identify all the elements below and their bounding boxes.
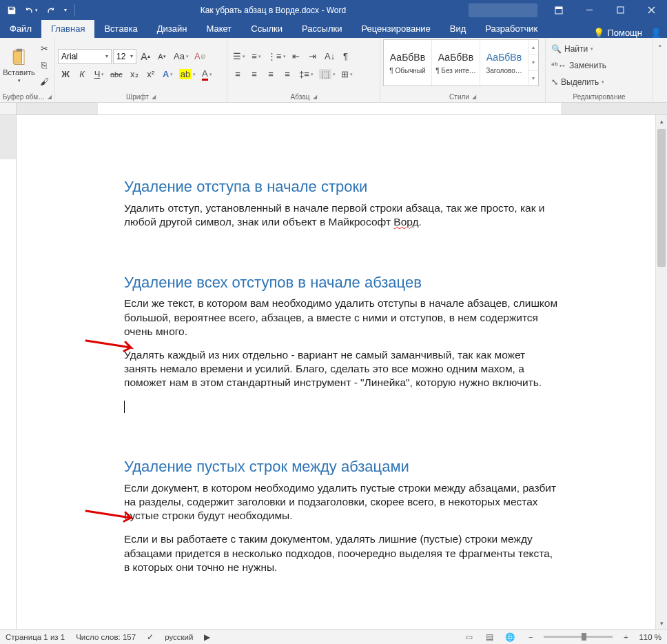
shrink-font-button[interactable]: A▾ [154, 49, 170, 64]
tab-home[interactable]: Главная [41, 20, 94, 38]
shading-button[interactable]: ⬚▾ [316, 67, 337, 82]
align-right-button[interactable]: ≡ [263, 67, 278, 82]
strike-button[interactable]: abc [107, 67, 125, 82]
tab-layout[interactable]: Макет [196, 20, 241, 38]
bullets-button[interactable]: ☰▾ [230, 49, 247, 64]
maximize-button[interactable] [605, 0, 636, 20]
font-size-combo[interactable]: 12▾ [113, 49, 136, 64]
highlight-button[interactable]: ab▾ [176, 67, 197, 82]
format-painter-button[interactable]: 🖌 [37, 74, 52, 90]
horizontal-ruler[interactable] [0, 103, 667, 115]
status-page[interactable]: Страница 1 из 1 [6, 633, 65, 641]
zoom-out[interactable]: − [523, 631, 538, 643]
clipboard-launcher[interactable]: ◢ [48, 94, 52, 100]
status-macro-icon[interactable]: ▶ [204, 632, 210, 642]
scroll-up[interactable]: ▴ [656, 115, 667, 127]
bulb-icon: 💡 [593, 28, 604, 38]
heading-1: Удаление отступа в начале строки [124, 177, 558, 197]
zoom-level[interactable]: 110 % [639, 633, 661, 641]
align-left-button[interactable]: ≡ [230, 67, 245, 82]
bold-button[interactable]: Ж [58, 67, 73, 82]
style-name: ¶ Обычный [385, 67, 430, 74]
styles-expand[interactable]: ▾ [529, 70, 538, 85]
subscript-button[interactable]: x₂ [127, 67, 142, 82]
tab-insert[interactable]: Вставка [94, 20, 147, 38]
find-button[interactable]: 🔍Найти▾ [548, 41, 609, 57]
line-spacing-button[interactable]: ‡≡▾ [296, 67, 315, 82]
zoom-knob[interactable] [582, 633, 586, 641]
copy-button[interactable]: ⎘ [37, 58, 52, 73]
underline-button[interactable]: Ч▾ [91, 67, 106, 82]
superscript-button[interactable]: x² [143, 67, 158, 82]
tell-me[interactable]: 💡Помощн [593, 28, 642, 38]
multilevel-button[interactable]: ⋮≡▾ [265, 49, 287, 64]
font-color-button[interactable]: A▾ [198, 67, 214, 82]
decrease-indent-button[interactable]: ⇤ [289, 49, 304, 64]
align-center-button[interactable]: ≡ [247, 67, 262, 82]
clipboard-group-label: Буфер обм… [3, 93, 45, 101]
grow-font-button[interactable]: A▴ [138, 49, 153, 64]
sort-button[interactable]: A↓ [322, 49, 337, 64]
tell-me-label: Помощн [607, 28, 642, 38]
show-marks-button[interactable]: ¶ [338, 49, 353, 64]
replace-button[interactable]: ᵃᵇ↔Заменить [548, 58, 609, 73]
ribbon-display-options[interactable] [543, 0, 574, 20]
zoom-slider[interactable] [544, 636, 613, 638]
close-button[interactable] [636, 0, 667, 20]
justify-button[interactable]: ≡ [280, 67, 295, 82]
clear-format-button[interactable]: A⊘ [192, 49, 209, 64]
italic-button[interactable]: К [74, 67, 90, 82]
tab-review[interactable]: Рецензирование [351, 20, 440, 38]
paragraph-launcher[interactable]: ◢ [313, 94, 317, 100]
paragraph-group-label: Абзац [290, 93, 309, 101]
style-heading1[interactable]: АаБбВв Заголово… [480, 40, 529, 85]
font-launcher[interactable]: ◢ [152, 94, 156, 100]
qat-undo[interactable]: ▾ [22, 2, 40, 19]
document-area[interactable]: Удаление отступа в начале строки Удалить… [17, 115, 655, 629]
tab-file[interactable]: Файл [0, 20, 41, 38]
cut-button[interactable]: ✂ [37, 41, 52, 57]
borders-button[interactable]: ⊞▾ [338, 67, 354, 82]
tab-design[interactable]: Дизайн [147, 20, 197, 38]
styles-scroll-up[interactable]: ▴ [529, 40, 538, 54]
tab-mailings[interactable]: Рассылки [292, 20, 351, 38]
styles-gallery[interactable]: АаБбВв ¶ Обычный АаБбВв ¶ Без инте… АаБб… [383, 39, 539, 86]
tab-references[interactable]: Ссылки [241, 20, 292, 38]
search-icon: 🔍 [551, 44, 562, 54]
font-name-combo[interactable]: Arial▾ [58, 49, 112, 64]
vertical-ruler[interactable] [0, 115, 17, 629]
view-read-mode[interactable]: ▭ [461, 631, 476, 643]
qat-save[interactable] [3, 2, 21, 19]
tab-developer[interactable]: Разработчик [475, 20, 547, 38]
text-effects-button[interactable]: A▾ [160, 67, 175, 82]
account-icon[interactable]: 👤 [650, 28, 661, 38]
vertical-scrollbar[interactable]: ▴ ▾ [655, 115, 667, 629]
numbering-button[interactable]: ≡▾ [248, 49, 263, 64]
style-nospace[interactable]: АаБбВв ¶ Без инте… [432, 40, 480, 85]
text-cursor [124, 401, 125, 413]
minimize-button[interactable] [574, 0, 605, 20]
styles-launcher[interactable]: ◢ [472, 94, 476, 100]
editing-group-label: Редактирование [573, 93, 625, 101]
select-button[interactable]: ⤡Выделить▾ [548, 74, 609, 90]
view-web-layout[interactable]: 🌐 [502, 631, 517, 643]
zoom-in[interactable]: + [618, 631, 633, 643]
qat-redo[interactable] [41, 2, 59, 19]
status-proofing-icon[interactable]: ✓ [147, 632, 154, 642]
collapse-ribbon[interactable]: ˄ [653, 41, 667, 56]
change-case-button[interactable]: Aa▾ [171, 49, 190, 64]
scroll-down[interactable]: ▾ [656, 617, 667, 629]
user-badge[interactable] [469, 3, 537, 17]
style-normal[interactable]: АаБбВв ¶ Обычный [384, 40, 432, 85]
increase-indent-button[interactable]: ⇥ [305, 49, 320, 64]
paste-button[interactable]: Вставить ▾ [3, 39, 35, 91]
tab-view[interactable]: Вид [440, 20, 476, 38]
qat-customize[interactable]: ▾ [61, 2, 70, 19]
view-print-layout[interactable]: ▤ [482, 631, 497, 643]
status-words[interactable]: Число слов: 157 [76, 633, 136, 641]
status-language[interactable]: русский [165, 633, 193, 641]
scroll-thumb[interactable] [657, 129, 666, 267]
cursor-icon: ⤡ [551, 77, 558, 87]
styles-scroll-down[interactable]: ▾ [529, 54, 538, 70]
select-label: Выделить [561, 77, 599, 87]
